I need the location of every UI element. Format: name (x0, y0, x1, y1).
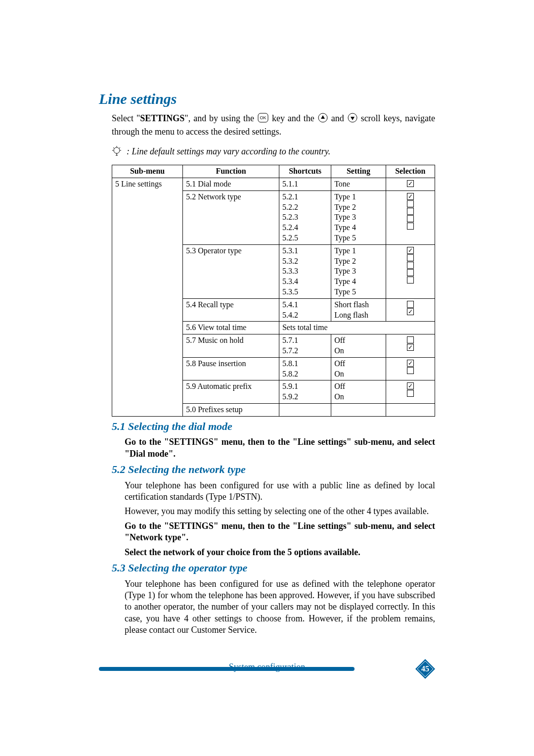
section-5-2-title: 5.2 Selecting the network type (112, 463, 435, 477)
table-row: 5 Line settings5.1 Dial mode5.1.1Tone✓ (112, 178, 435, 190)
selection-cell: ✓ (386, 178, 435, 190)
shortcuts-cell: 5.1.1 (279, 178, 331, 190)
selection-cell (386, 403, 435, 416)
checkbox-icon: ✓ (407, 180, 414, 187)
section-5-1-p1: Go to the "SETTINGS" menu, then to the "… (125, 436, 435, 460)
section-5-3-title: 5.3 Selecting the operator type (112, 561, 435, 575)
checkbox-icon (407, 262, 414, 269)
selection-cell: ✓ (386, 298, 435, 322)
down-arrow-key-icon (347, 112, 358, 126)
svg-line-11 (119, 147, 120, 148)
function-cell: 5.0 Prefixes setup (183, 403, 279, 416)
shortcuts-cell: 5.7.15.7.2 (279, 334, 331, 358)
intro-text: and (328, 113, 347, 123)
selection-cell: ✓ (386, 380, 435, 404)
checkbox-icon (407, 223, 414, 230)
selection-cell: ✓ (386, 334, 435, 358)
note-text: : Line default settings may vary accordi… (127, 146, 330, 157)
checkbox-icon: ✓ (407, 247, 414, 254)
svg-point-6 (114, 147, 120, 153)
intro-text: ", and by using the (184, 113, 257, 123)
settings-word: SETTINGS (140, 113, 184, 123)
col-shortcuts: Shortcuts (279, 165, 331, 178)
function-cell: 5.3 Operator type (183, 244, 279, 298)
footer-label: System configuration (99, 662, 435, 672)
checkbox-icon (407, 336, 414, 343)
page-footer: System configuration 45 (99, 662, 435, 677)
col-setting: Setting (331, 165, 386, 178)
checkbox-icon (407, 301, 414, 308)
section-5-2-p2: However, you may modify this setting by … (125, 506, 435, 517)
shortcuts-cell (279, 403, 331, 416)
checkbox-icon (407, 269, 414, 276)
section-5-1-title: 5.1 Selecting the dial mode (112, 420, 435, 434)
setting-cell: Type 1Type 2Type 3Type 4Type 5 (331, 244, 386, 298)
span-cell: Sets total time (279, 322, 435, 334)
page-number-badge: 45 (415, 659, 435, 679)
page-number: 45 (415, 659, 435, 679)
checkbox-icon (407, 390, 414, 397)
section-5-2-p3: Go to the "SETTINGS" menu, then to the "… (125, 520, 435, 544)
selection-cell: ✓ (386, 190, 435, 244)
function-cell: 5.2 Network type (183, 190, 279, 244)
col-submenu: Sub-menu (112, 165, 183, 178)
function-cell: 5.9 Automatic prefix (183, 380, 279, 404)
setting-cell (331, 403, 386, 416)
selection-cell: ✓ (386, 357, 435, 380)
ok-key-icon: OK (257, 112, 269, 126)
setting-cell: OffOn (331, 357, 386, 380)
checkbox-icon (407, 200, 414, 207)
shortcuts-cell: 5.8.15.8.2 (279, 357, 331, 380)
shortcuts-cell: 5.9.15.9.2 (279, 380, 331, 404)
col-selection: Selection (386, 165, 435, 178)
setting-cell: Type 1Type 2Type 3Type 4Type 5 (331, 190, 386, 244)
function-cell: 5.4 Recall type (183, 298, 279, 322)
svg-marker-5 (351, 117, 355, 120)
svg-text:OK: OK (260, 115, 266, 120)
line-settings-table: Sub-menu Function Shortcuts Setting Sele… (112, 165, 435, 417)
checkbox-icon: ✓ (407, 344, 414, 351)
checkbox-icon (407, 367, 414, 374)
section-5-2-p4: Select the network of your choice from t… (125, 547, 435, 558)
col-function: Function (183, 165, 279, 178)
function-cell: 5.8 Pause insertion (183, 357, 279, 380)
svg-line-10 (113, 147, 114, 148)
checkbox-icon: ✓ (407, 308, 414, 315)
lightbulb-icon (112, 146, 122, 161)
checkbox-icon: ✓ (407, 193, 414, 200)
setting-cell: OffOn (331, 334, 386, 358)
checkbox-icon: ✓ (407, 382, 414, 389)
intro-text: key and the (269, 113, 317, 123)
setting-cell: Tone (331, 178, 386, 190)
svg-marker-3 (321, 115, 325, 119)
shortcuts-cell: 5.3.15.3.25.3.35.3.45.3.5 (279, 244, 331, 298)
shortcuts-cell: 5.4.15.4.2 (279, 298, 331, 322)
section-5-3-p1: Your telephone has been configured for u… (125, 578, 435, 636)
page-title: Line settings (99, 89, 435, 108)
checkbox-icon (407, 208, 414, 215)
submenu-cell: 5 Line settings (112, 178, 183, 416)
checkbox-icon (407, 277, 414, 284)
selection-cell: ✓ (386, 244, 435, 298)
up-arrow-key-icon (317, 112, 328, 126)
section-5-2-p1: Your telephone has been configured for u… (125, 480, 435, 503)
function-cell: 5.6 View total time (183, 322, 279, 334)
checkbox-icon (407, 254, 414, 261)
checkbox-icon: ✓ (407, 360, 414, 367)
setting-cell: OffOn (331, 380, 386, 404)
shortcuts-cell: 5.2.15.2.25.2.35.2.45.2.5 (279, 190, 331, 244)
function-cell: 5.1 Dial mode (183, 178, 279, 190)
checkbox-icon (407, 215, 414, 222)
function-cell: 5.7 Music on hold (183, 334, 279, 358)
setting-cell: Short flashLong flash (331, 298, 386, 322)
intro-paragraph: Select "SETTINGS", and by using the OK k… (112, 112, 435, 138)
intro-text: Select " (112, 113, 140, 123)
